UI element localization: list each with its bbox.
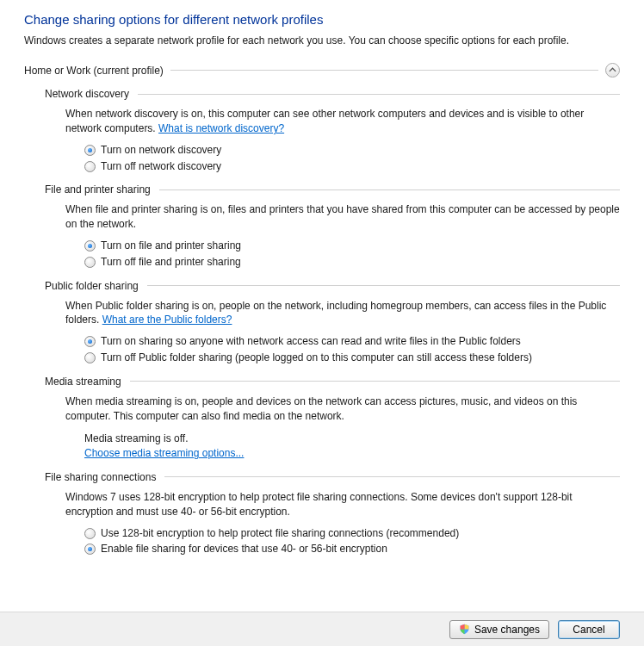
section-title: Public folder sharing <box>45 280 147 292</box>
section-file-printer-sharing: File and printer sharing When file and p… <box>45 183 620 269</box>
page-intro: Windows creates a separate network profi… <box>24 34 620 47</box>
profile-header[interactable]: Home or Work (current profile) <box>24 63 620 78</box>
media-streaming-status: Media streaming is off. <box>84 432 620 446</box>
profile-label: Home or Work (current profile) <box>24 65 170 77</box>
radio-label: Enable file sharing for devices that use… <box>101 542 620 556</box>
section-desc: When network discovery is on, this compu… <box>65 107 620 136</box>
section-title: Network discovery <box>45 88 138 100</box>
radio-label: Use 128-bit encryption to help protect f… <box>101 526 620 541</box>
radio-network-discovery-off[interactable] <box>84 161 96 172</box>
collapse-chevron-icon[interactable] <box>605 63 620 78</box>
section-desc: When Public folder sharing is on, people… <box>65 299 620 328</box>
section-desc: Windows 7 uses 128-bit encryption to hel… <box>65 490 620 519</box>
footer-bar: Save changes Cancel <box>0 612 644 646</box>
section-desc: When file and printer sharing is on, fil… <box>65 202 620 232</box>
radio-network-discovery-on[interactable] <box>84 145 96 156</box>
divider <box>138 94 620 95</box>
save-button-label: Save changes <box>474 624 540 636</box>
page-title: Change sharing options for different net… <box>24 12 620 27</box>
divider <box>170 70 598 71</box>
radio-label: Turn off network discovery <box>101 159 620 174</box>
radio-public-folder-on[interactable] <box>84 336 96 347</box>
divider <box>164 476 620 477</box>
section-public-folder-sharing: Public folder sharing When Public folder… <box>45 280 620 365</box>
section-title: File and printer sharing <box>45 183 159 196</box>
radio-label: Turn off Public folder sharing (people l… <box>101 351 620 365</box>
cancel-button-label: Cancel <box>573 624 604 636</box>
divider <box>147 285 620 286</box>
radio-label: Turn on file and printer sharing <box>101 239 620 253</box>
link-what-are-public-folders[interactable]: What are the Public folders? <box>102 314 232 326</box>
link-choose-media-streaming-options[interactable]: Choose media streaming options... <box>84 447 244 459</box>
section-media-streaming: Media streaming When media streaming is … <box>45 376 620 461</box>
section-title: File sharing connections <box>45 471 164 483</box>
radio-128bit-encryption[interactable] <box>84 528 96 539</box>
uac-shield-icon <box>459 624 470 635</box>
save-changes-button[interactable]: Save changes <box>449 620 549 639</box>
section-title: Media streaming <box>45 376 130 388</box>
radio-40-56bit-encryption[interactable] <box>84 544 96 555</box>
section-file-sharing-connections: File sharing connections Windows 7 uses … <box>45 471 620 556</box>
radio-label: Turn on sharing so anyone with network a… <box>101 334 620 349</box>
radio-file-printer-on[interactable] <box>84 240 96 252</box>
section-desc: When media streaming is on, people and d… <box>65 394 620 424</box>
divider <box>159 189 620 190</box>
cancel-button[interactable]: Cancel <box>558 620 620 639</box>
radio-label: Turn off file and printer sharing <box>101 255 620 270</box>
divider <box>130 381 620 382</box>
link-what-is-network-discovery[interactable]: What is network discovery? <box>158 122 284 134</box>
section-network-discovery: Network discovery When network discovery… <box>45 88 620 173</box>
radio-public-folder-off[interactable] <box>84 352 96 363</box>
radio-file-printer-off[interactable] <box>84 257 96 268</box>
radio-label: Turn on network discovery <box>101 143 620 158</box>
